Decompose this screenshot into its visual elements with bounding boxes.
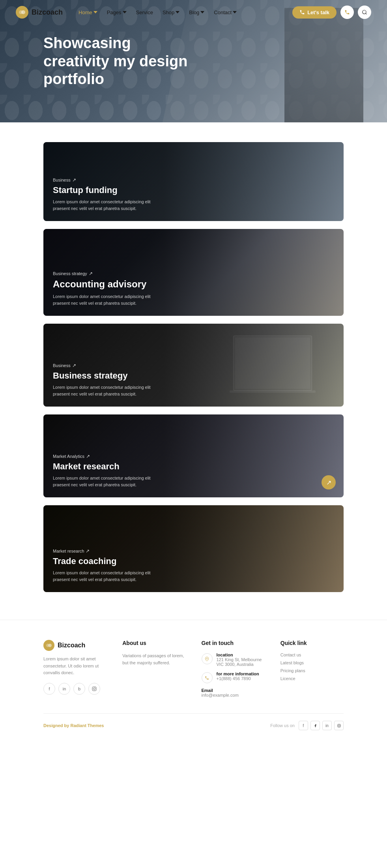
footer-follow-icons: f in bbox=[299, 721, 344, 730]
card-2-category-arrow: ↗ bbox=[89, 271, 93, 276]
nav-link-contact[interactable]: Contact bbox=[214, 9, 237, 15]
card-4-content: Market Analytics ↗ Market research Lorem… bbox=[43, 444, 344, 497]
card-3-category-arrow: ↗ bbox=[72, 363, 76, 368]
footer-phone-value: +1(888) 456 7890 bbox=[217, 676, 259, 681]
card-4-arrow-button[interactable]: ↗ bbox=[322, 475, 336, 489]
svg-rect-5 bbox=[92, 687, 96, 691]
footer-bottom: Designed by Radiant Themes Follow us on … bbox=[43, 713, 344, 730]
nav-link-home[interactable]: Home bbox=[79, 9, 97, 15]
nav-link-service[interactable]: Service bbox=[136, 9, 153, 15]
social-linkedin[interactable]: in bbox=[58, 683, 70, 695]
card-3-content: Business ↗ Business strategy Lorem ipsum… bbox=[43, 353, 344, 407]
card-3-desc: Lorem ipsum dolor amet consectetur adipi… bbox=[53, 384, 163, 397]
card-5-category: Market research ↗ bbox=[53, 548, 334, 554]
footer-columns: Bizcoach Lorem ipsum dolor sit amet cons… bbox=[43, 640, 344, 697]
footer-about-col: About us Variations of passages of lorem… bbox=[122, 640, 185, 697]
footer-location-content: location 121 King St, Melbourne VIC 3000… bbox=[217, 652, 265, 667]
footer-link-licence[interactable]: Licence bbox=[280, 676, 344, 681]
svg-rect-9 bbox=[337, 724, 340, 727]
footer-location-item: location 121 King St, Melbourne VIC 3000… bbox=[202, 652, 265, 667]
follow-facebook[interactable]: f bbox=[299, 721, 308, 730]
card-5-title: Trade coaching bbox=[53, 556, 334, 566]
hero-person-area bbox=[284, 8, 363, 122]
follow-facebook2[interactable] bbox=[310, 721, 320, 730]
card-2-title: Accounting advisory bbox=[53, 279, 334, 290]
card-accounting: Business strategy ↗ Accounting advisory … bbox=[43, 229, 344, 316]
card-5-content: Market research ↗ Trade coaching Lorem i… bbox=[43, 539, 344, 592]
lets-talk-button[interactable]: Let's talk bbox=[292, 6, 337, 19]
card-2-desc: Lorem ipsum dolor amet consectetur adipi… bbox=[53, 293, 163, 306]
footer: Bizcoach Lorem ipsum dolor sit amet cons… bbox=[0, 620, 387, 742]
footer-logo-icon bbox=[43, 640, 54, 651]
footer-credit: Designed by Radiant Themes bbox=[43, 723, 104, 728]
card-4-title: Market research bbox=[53, 461, 334, 472]
card-4-desc: Lorem ipsum dolor amet consectetur adipi… bbox=[53, 475, 163, 488]
svg-point-4 bbox=[48, 644, 52, 647]
footer-email-value: info@example.com bbox=[202, 693, 265, 697]
card-3-category: Business ↗ bbox=[53, 363, 334, 368]
card-4-category: Market Analytics ↗ bbox=[53, 454, 334, 459]
card-1-category: Business ↗ bbox=[53, 177, 334, 183]
footer-social-links: f in b bbox=[43, 683, 107, 695]
footer-more-label: for more information bbox=[217, 671, 259, 676]
logo-icon bbox=[16, 6, 28, 19]
footer-phone-item: for more information +1(888) 456 7890 bbox=[202, 671, 265, 683]
hero-title: Showcasing creativity my design portfoli… bbox=[43, 34, 193, 88]
card-market-research: Market Analytics ↗ Market research Lorem… bbox=[43, 414, 344, 497]
footer-link-blogs[interactable]: Latest blogs bbox=[280, 660, 344, 665]
nav-cta: Let's talk bbox=[292, 6, 371, 19]
location-icon bbox=[202, 653, 213, 664]
follow-linkedin[interactable]: in bbox=[322, 721, 332, 730]
footer-brand-name[interactable]: Radiant Themes bbox=[70, 723, 104, 728]
footer-about-title: About us bbox=[122, 640, 185, 646]
svg-point-1 bbox=[21, 10, 25, 14]
footer-phone-content: for more information +1(888) 456 7890 bbox=[217, 671, 259, 681]
card-2-category: Business strategy ↗ bbox=[53, 271, 334, 276]
card-1-title: Startup funding bbox=[53, 185, 334, 195]
card-1-desc: Lorem ipsum dolor amet consectetur adipi… bbox=[53, 199, 163, 212]
footer-contact-col: Get in touch location 121 King St, Melbo… bbox=[202, 640, 265, 697]
card-2-content: Business strategy ↗ Accounting advisory … bbox=[43, 261, 344, 316]
nav-links: Home Pages Service Shop Blog Contact bbox=[79, 9, 292, 15]
footer-quicklink-col: Quick link Contact us Latest blogs Prici… bbox=[280, 640, 344, 697]
footer-email-item: Email info@example.com bbox=[202, 688, 265, 697]
nav-link-blog[interactable]: Blog bbox=[189, 9, 204, 15]
social-facebook[interactable]: f bbox=[43, 683, 55, 695]
social-instagram[interactable] bbox=[88, 683, 100, 695]
footer-about-desc: Lorem ipsum dolor sit amet consectetur. … bbox=[43, 656, 107, 677]
footer-logo-text: Bizcoach bbox=[58, 642, 85, 649]
card-5-category-arrow: ↗ bbox=[86, 548, 90, 554]
follow-instagram[interactable] bbox=[334, 721, 344, 730]
footer-link-pricing[interactable]: Pricing plans bbox=[280, 668, 344, 673]
nav-link-shop[interactable]: Shop bbox=[163, 9, 179, 15]
card-3-title: Business strategy bbox=[53, 371, 334, 381]
phone-icon-button[interactable] bbox=[340, 6, 354, 19]
card-business-strategy: Business ↗ Business strategy Lorem ipsum… bbox=[43, 324, 344, 407]
logo[interactable]: Bizcoach bbox=[16, 6, 63, 19]
footer-about-text: Variations of passages of lorem, but the… bbox=[122, 652, 185, 666]
card-1-category-arrow: ↗ bbox=[72, 177, 76, 183]
svg-point-7 bbox=[95, 688, 95, 688]
svg-point-2 bbox=[363, 10, 366, 14]
footer-follow: Follow us on f in bbox=[270, 721, 344, 730]
footer-brand-col: Bizcoach Lorem ipsum dolor sit amet cons… bbox=[43, 640, 107, 697]
search-icon-button[interactable] bbox=[358, 6, 371, 19]
navigation: Bizcoach Home Pages Service Shop Blog Co… bbox=[0, 0, 387, 24]
cards-section: Business ↗ Startup funding Lorem ipsum d… bbox=[0, 122, 387, 620]
footer-location-value: 121 King St, Melbourne VIC 3000, Austral… bbox=[217, 657, 265, 667]
logo-text: Bizcoach bbox=[32, 8, 63, 17]
card-trade-coaching: Market research ↗ Trade coaching Lorem i… bbox=[43, 505, 344, 592]
svg-point-6 bbox=[93, 688, 95, 690]
card-startup-funding: Business ↗ Startup funding Lorem ipsum d… bbox=[43, 142, 344, 221]
footer-location-label: location bbox=[217, 652, 265, 657]
footer-link-contact[interactable]: Contact us bbox=[280, 652, 344, 657]
svg-point-8 bbox=[206, 658, 208, 659]
footer-email-label: Email bbox=[202, 688, 265, 693]
card-4-category-arrow: ↗ bbox=[86, 454, 90, 459]
card-1-content: Business ↗ Startup funding Lorem ipsum d… bbox=[43, 168, 344, 221]
footer-logo[interactable]: Bizcoach bbox=[43, 640, 107, 651]
social-behance[interactable]: b bbox=[73, 683, 85, 695]
svg-point-10 bbox=[338, 725, 340, 726]
hero-content: Showcasing creativity my design portfoli… bbox=[43, 34, 193, 88]
nav-link-pages[interactable]: Pages bbox=[107, 9, 127, 15]
